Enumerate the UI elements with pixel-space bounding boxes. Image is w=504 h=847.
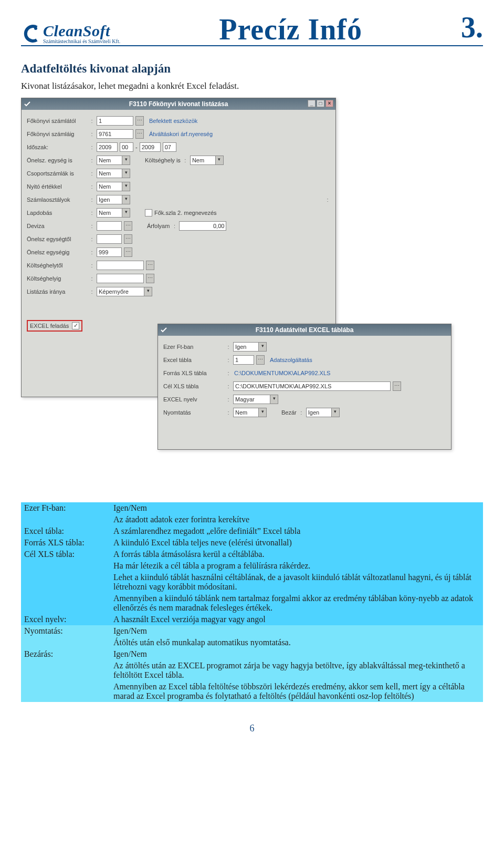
chevron-down-icon[interactable]: ▾ bbox=[144, 287, 152, 296]
desc-value: Amennyiben a kiinduló táblánk nem tartal… bbox=[110, 593, 483, 614]
desc-key bbox=[21, 514, 110, 525]
nyito-label: Nyitó értékkel bbox=[27, 183, 87, 190]
desc-key bbox=[21, 572, 110, 593]
close-icon[interactable]: × bbox=[326, 100, 333, 107]
idoszak-label: Időszak: bbox=[27, 144, 87, 150]
desc-key bbox=[21, 560, 110, 572]
cel-input[interactable]: C:\DOKUMENTUMOK\ALAP992.XLS bbox=[233, 381, 391, 391]
chevron-down-icon[interactable]: ▾ bbox=[270, 395, 278, 404]
arfolyam-input[interactable]: 0,00 bbox=[179, 221, 226, 231]
chevron-down-icon[interactable]: ▾ bbox=[122, 195, 130, 204]
ktgh-ig-input[interactable] bbox=[97, 274, 144, 283]
desc-key bbox=[21, 637, 110, 648]
desc-row: Ha már létezik a cél tábla a program a f… bbox=[21, 560, 483, 572]
chevron-down-icon[interactable]: ▾ bbox=[258, 342, 267, 352]
etabla-lookup-button[interactable]: ⋯ bbox=[256, 355, 265, 365]
ktghely-select[interactable]: Nem▾ bbox=[190, 156, 224, 165]
onelsz-ig-input[interactable]: 999 bbox=[97, 247, 122, 257]
desc-value: A forrás tábla átmásolásra kerül a céltá… bbox=[110, 549, 483, 560]
ktgh-tol-input[interactable] bbox=[97, 261, 144, 270]
ktghely-label: Költséghely is bbox=[145, 157, 181, 163]
chevron-down-icon[interactable]: ▾ bbox=[215, 156, 224, 165]
desc-value: Igen/Nem bbox=[110, 502, 483, 514]
desc-row: Bezárás:Igen/Nem bbox=[21, 648, 483, 660]
fok2-label: Fők.szla 2. megnevezés bbox=[154, 210, 217, 216]
logo-icon bbox=[21, 24, 40, 43]
csoport-label: Csoportszámlák is bbox=[27, 170, 87, 177]
idoszak-y2-input[interactable]: 2009 bbox=[140, 142, 161, 152]
onelsz-ig-label: Önelsz egységig bbox=[27, 249, 87, 255]
csoport-select[interactable]: Nem▾ bbox=[97, 169, 130, 178]
desc-row: Excel tábla:A számlarendhez megadott „el… bbox=[21, 525, 483, 537]
desc-value: Ha már létezik a cél tábla a program a f… bbox=[110, 560, 483, 572]
idoszak-m2-input[interactable]: 07 bbox=[163, 142, 176, 152]
listazas-select[interactable]: Képernyőre▾ bbox=[97, 287, 152, 296]
desc-value: A kiinduló Excel tábla teljes neve (elér… bbox=[110, 537, 483, 549]
page-header: CleanSoft Számítástechnikai és Számvitel… bbox=[21, 11, 483, 46]
szamlaig-label: Főkönyvi számláig bbox=[27, 131, 87, 137]
chevron-down-icon[interactable]: ▾ bbox=[122, 156, 130, 165]
excel-feladas-highlight: EXCEL feladás ✓ bbox=[27, 320, 82, 332]
idoszak-m1-input[interactable]: 00 bbox=[120, 142, 133, 152]
desc-value: Az áttöltés után az EXCEL programot zárj… bbox=[110, 660, 483, 681]
ktgh-tol-lookup-button[interactable]: ⋯ bbox=[146, 261, 154, 270]
desc-row: Amennyiben a kiinduló táblánk nem tartal… bbox=[21, 593, 483, 614]
maximize-icon[interactable]: □ bbox=[317, 100, 324, 107]
lapdobas-select[interactable]: Nem▾ bbox=[97, 208, 130, 218]
forras-value: C:\DOKUMENTUMOK\ALAP992.XLS bbox=[234, 370, 330, 376]
ktgh-ig-lookup-button[interactable]: ⋯ bbox=[146, 274, 154, 283]
logo: CleanSoft Számítástechnikai és Számvitel… bbox=[21, 23, 120, 44]
ezer-select[interactable]: Igen▾ bbox=[233, 342, 267, 352]
szamlatol-input[interactable]: 1 bbox=[97, 116, 133, 126]
onelsz-tol-lookup-button[interactable]: ⋯ bbox=[124, 234, 132, 244]
chevron-down-icon[interactable]: ▾ bbox=[258, 408, 267, 417]
onelsz-label: Önelsz. egység is bbox=[27, 157, 87, 163]
deviza-lookup-button[interactable]: ⋯ bbox=[124, 221, 132, 231]
idoszak-y1-input[interactable]: 2009 bbox=[97, 142, 118, 152]
bezar-select[interactable]: Igen▾ bbox=[306, 408, 340, 417]
szamlaig-input[interactable]: 9761 bbox=[97, 129, 133, 139]
chevron-down-icon[interactable]: ▾ bbox=[122, 169, 130, 178]
desc-key bbox=[21, 660, 110, 681]
nyomt-label: Nyomtatás bbox=[163, 409, 224, 416]
onelsz-tol-input[interactable] bbox=[97, 234, 122, 244]
onelsz-ig-lookup-button[interactable]: ⋯ bbox=[124, 247, 132, 257]
nyomt-select[interactable]: Nem▾ bbox=[233, 408, 267, 417]
deviza-label: Deviza bbox=[27, 223, 87, 229]
szamlao-select[interactable]: Igen▾ bbox=[97, 195, 130, 204]
logo-text: CleanSoft bbox=[43, 23, 120, 39]
desc-key: Bezárás: bbox=[21, 648, 110, 660]
szamlaig-hint: Átváltáskori árf.nyereség bbox=[149, 131, 213, 137]
cel-lookup-button[interactable]: ⋯ bbox=[393, 381, 401, 391]
desc-key: Cél XLS tábla: bbox=[21, 549, 110, 560]
excel-feladas-checkbox[interactable]: ✓ bbox=[72, 322, 79, 329]
szamlaig-lookup-button[interactable]: ⋯ bbox=[135, 129, 144, 139]
desc-value: A használt Excel verziója magyar vagy an… bbox=[110, 614, 483, 625]
fok2-checkbox[interactable] bbox=[145, 209, 152, 216]
etabla-input[interactable]: 1 bbox=[233, 355, 254, 365]
window2-title: F3110 Adatátvitel EXCEL táblába bbox=[256, 326, 354, 334]
onelsz-tol-label: Önelsz egységtől bbox=[27, 236, 87, 242]
desc-key bbox=[21, 681, 110, 702]
issue-number: 3. bbox=[461, 11, 483, 44]
forras-label: Forrás XLS tábla bbox=[163, 370, 224, 376]
chevron-down-icon[interactable]: ▾ bbox=[331, 408, 340, 417]
arfolyam-label: Árfolyam bbox=[147, 223, 170, 229]
lapdobas-label: Lapdobás bbox=[27, 210, 87, 216]
minimize-icon[interactable]: _ bbox=[308, 100, 316, 107]
chevron-down-icon[interactable]: ▾ bbox=[122, 182, 130, 191]
chevron-down-icon[interactable]: ▾ bbox=[122, 208, 130, 218]
nyelv-select[interactable]: Magyar▾ bbox=[233, 395, 278, 404]
deviza-input[interactable] bbox=[97, 221, 122, 231]
nyito-select[interactable]: Nem▾ bbox=[97, 182, 130, 191]
page-number-bottom: 6 bbox=[21, 723, 483, 734]
ezer-label: Ezer Ft-ban bbox=[163, 344, 224, 350]
szamlatol-hint: Befektett eszközök bbox=[149, 118, 197, 124]
doc-title: Precíz Infó bbox=[219, 13, 362, 46]
desc-value: Átöltés után első munkalap automatikus n… bbox=[110, 637, 483, 648]
szamlatol-lookup-button[interactable]: ⋯ bbox=[135, 116, 144, 126]
desc-row: Az áttöltés után az EXCEL programot zárj… bbox=[21, 660, 483, 681]
desc-row: Nyomtatás:Igen/Nem bbox=[21, 625, 483, 637]
onelsz-select[interactable]: Nem▾ bbox=[97, 156, 130, 165]
desc-row: Cél XLS tábla:A forrás tábla átmásolásra… bbox=[21, 549, 483, 560]
